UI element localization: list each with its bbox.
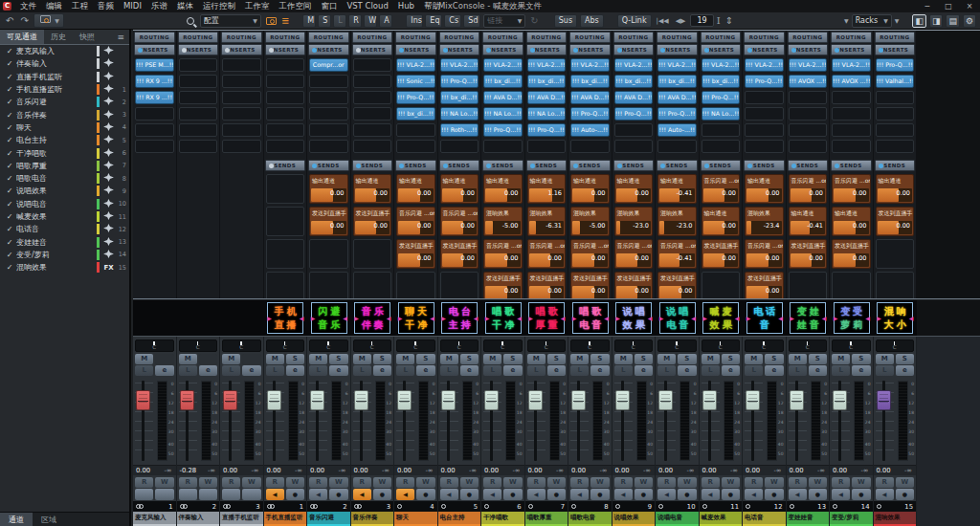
routing-header[interactable]: ROUTING bbox=[831, 32, 872, 43]
updown-icon[interactable]: ⇕ bbox=[724, 14, 735, 28]
close-button[interactable]: × bbox=[959, 0, 980, 12]
fader-handle[interactable] bbox=[702, 390, 717, 410]
solo-button[interactable]: S bbox=[460, 354, 479, 364]
read-button[interactable]: R bbox=[832, 477, 850, 488]
volume-value[interactable]: 0.00 bbox=[568, 467, 599, 474]
write-button[interactable]: W bbox=[503, 477, 522, 488]
send-slot[interactable]: 音乐闪避 ...or0.00 bbox=[527, 239, 567, 269]
send-level-bar[interactable]: 0.00 bbox=[703, 253, 739, 267]
channel-label-box[interactable]: ▶◀说唱效果 bbox=[615, 302, 652, 334]
send-level-bar[interactable]: 0.00 bbox=[834, 188, 869, 202]
check-icon[interactable]: ✓ bbox=[3, 200, 16, 208]
channel-name-cell[interactable]: 喊麦效果 bbox=[700, 512, 743, 526]
send-slot[interactable]: 音乐闪避 ...or0.00 bbox=[396, 207, 435, 236]
mute-button[interactable]: M bbox=[832, 354, 850, 364]
send-level-bar[interactable]: -5.00 bbox=[572, 221, 608, 234]
insert-slot[interactable]: !!! Pro-Q...!! bbox=[876, 58, 915, 72]
insert-slot-empty[interactable] bbox=[789, 107, 828, 121]
pan-control[interactable]: C bbox=[789, 340, 828, 352]
go-first-icon[interactable]: |◀◀ bbox=[655, 14, 671, 28]
insert-slot[interactable]: !!! VLA-2...!! bbox=[832, 58, 871, 72]
inserts-header[interactable]: INSERTS bbox=[569, 44, 611, 55]
volume-value[interactable]: 0.00 bbox=[656, 467, 686, 474]
insert-slot[interactable]: !!! VLA-2...!! bbox=[396, 58, 435, 72]
mute-button[interactable]: M bbox=[440, 354, 458, 364]
fader-handle[interactable] bbox=[136, 390, 150, 410]
send-slot-empty[interactable] bbox=[440, 272, 479, 299]
insert-slot-empty[interactable] bbox=[135, 123, 174, 137]
solo-button[interactable]: S bbox=[765, 354, 783, 364]
routing-header[interactable]: ROUTING bbox=[352, 32, 393, 43]
check-icon[interactable]: ✓ bbox=[3, 123, 16, 132]
insert-slot[interactable]: !!! Sonic ...!! bbox=[396, 75, 435, 88]
channel-label-box[interactable]: ▶◀说唱电音 bbox=[659, 302, 696, 334]
insert-slot[interactable]: !!! Pro-Q...!! bbox=[396, 91, 435, 104]
send-slot[interactable]: 音乐闪避 ...or0.00 bbox=[745, 239, 784, 269]
send-level-bar[interactable]: 0.00 bbox=[572, 188, 608, 202]
qlink-button[interactable]: Q-Link bbox=[617, 14, 652, 28]
snapshot-camera-icon[interactable] bbox=[266, 17, 277, 25]
insert-slot[interactable]: !!! Pro-Q...!! bbox=[657, 107, 697, 121]
fader-handle[interactable] bbox=[615, 390, 630, 410]
listen-button[interactable]: L bbox=[440, 365, 458, 376]
check-icon[interactable]: ✓ bbox=[3, 85, 16, 94]
routing-header[interactable]: ROUTING bbox=[788, 32, 829, 43]
channel-name-cell[interactable]: 电话音 bbox=[743, 512, 786, 526]
read-button[interactable]: R bbox=[702, 477, 720, 488]
solo-button[interactable]: S bbox=[678, 354, 696, 364]
sends-header[interactable]: SENDS bbox=[613, 160, 655, 171]
insert-slot-empty[interactable] bbox=[309, 107, 348, 121]
sends-header[interactable]: SENDS bbox=[831, 160, 872, 171]
record-button[interactable]: ● bbox=[635, 489, 653, 500]
pan-control[interactable]: C bbox=[222, 340, 261, 352]
menu-item[interactable]: VST Cloud bbox=[342, 1, 392, 12]
check-icon[interactable]: ✓ bbox=[3, 225, 16, 233]
insert-slot[interactable]: !!! Roth-...!! bbox=[440, 123, 479, 137]
menu-item[interactable]: Hub bbox=[393, 1, 419, 12]
insert-slot-empty[interactable] bbox=[353, 91, 392, 104]
send-level-bar[interactable]: 0.00 bbox=[529, 286, 565, 299]
channel-list-item[interactable]: ✓聊天4 bbox=[0, 121, 129, 134]
mute-button[interactable]: M bbox=[309, 354, 327, 364]
insert-slot-empty[interactable] bbox=[789, 123, 828, 137]
listen-button[interactable]: L bbox=[135, 365, 153, 376]
send-level-bar[interactable]: 1.16 bbox=[529, 188, 565, 202]
menu-item[interactable]: 编辑 bbox=[41, 1, 67, 12]
menu-item[interactable]: 窗口 bbox=[316, 1, 342, 12]
monitor-button[interactable]: ◀ bbox=[483, 489, 501, 500]
insert-slot-empty[interactable] bbox=[266, 75, 305, 88]
send-level-bar[interactable]: 0.00 bbox=[616, 253, 652, 267]
monitor-button[interactable]: ◀ bbox=[832, 489, 850, 500]
send-level-bar[interactable]: 0.00 bbox=[442, 221, 478, 234]
read-button[interactable]: R bbox=[657, 477, 676, 488]
racks-dropdown-icon[interactable]: ▼ bbox=[895, 17, 900, 24]
tab-visible-channels[interactable]: 可见通道 bbox=[0, 30, 44, 44]
edit-button[interactable]: e bbox=[852, 365, 870, 376]
sends-header[interactable]: SENDS bbox=[875, 160, 916, 171]
send-level-bar[interactable]: 0.00 bbox=[485, 253, 521, 267]
volume-value[interactable]: 0.00 bbox=[830, 467, 860, 474]
listen-button[interactable]: L bbox=[396, 365, 414, 376]
send-slot[interactable]: 输出通道0.00 bbox=[745, 174, 784, 204]
insert-slot[interactable]: !!! NA Lo...!! bbox=[702, 107, 741, 121]
menu-item[interactable]: 工程 bbox=[67, 1, 93, 12]
listen-button[interactable]: L bbox=[657, 365, 676, 376]
gear-icon[interactable]: ⚙ bbox=[963, 14, 976, 28]
inserts-header[interactable]: INSERTS bbox=[221, 44, 262, 55]
insert-slot-empty[interactable] bbox=[657, 140, 697, 153]
send-slot[interactable]: 混响效果-6.31 bbox=[527, 207, 567, 236]
sends-header[interactable]: SENDS bbox=[526, 160, 568, 171]
insert-slot-empty[interactable] bbox=[745, 91, 784, 104]
channel-label-box[interactable]: ▶◀电话音 bbox=[746, 302, 783, 334]
insert-slot-empty[interactable] bbox=[876, 123, 915, 137]
volume-value[interactable]: -0.28 bbox=[177, 467, 208, 474]
read-button[interactable]: R bbox=[745, 477, 763, 488]
insert-slot[interactable]: !!! VLA-2...!! bbox=[440, 58, 479, 72]
volume-value[interactable]: 0.00 bbox=[874, 467, 904, 474]
menu-item[interactable]: 运行控制 bbox=[198, 1, 240, 12]
inserts-header[interactable]: INSERTS bbox=[265, 44, 306, 55]
channel-label-box[interactable]: ▶◀混响大小 bbox=[877, 302, 913, 334]
insert-slot[interactable]: !!! AVOX ...!! bbox=[832, 75, 871, 88]
insert-slot-empty[interactable] bbox=[179, 91, 218, 104]
send-slot[interactable]: 音乐闪避 ...or0.00 bbox=[702, 174, 741, 204]
